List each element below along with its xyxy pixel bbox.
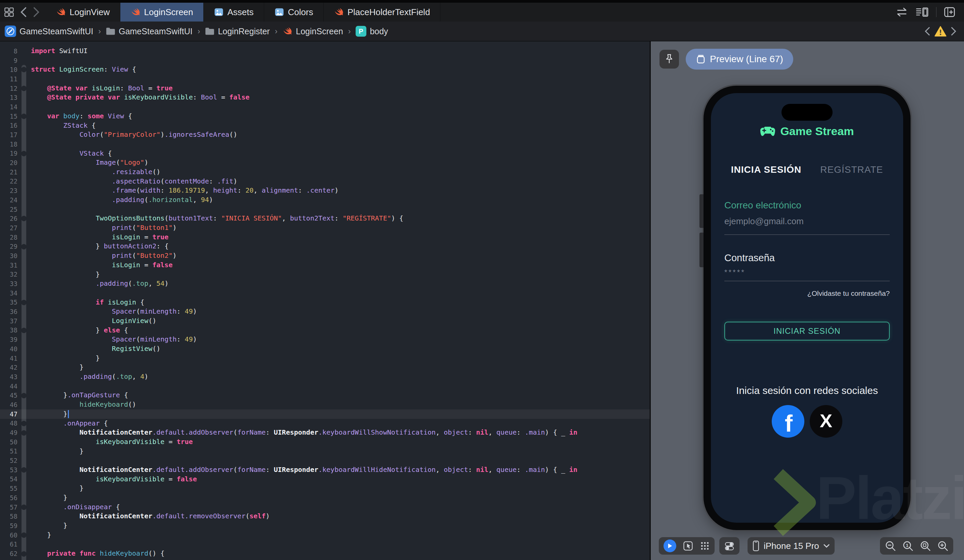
breadcrumb-item-loginscreen[interactable]: LoginScreen	[282, 26, 343, 36]
fold-marker[interactable]	[21, 151, 26, 156]
code-line-30[interactable]: 30 print("Button2")	[0, 251, 650, 260]
fold-marker[interactable]	[21, 430, 26, 436]
tab-inicia-sesion[interactable]: INICIA SESIÓN	[731, 164, 802, 175]
code-line-36[interactable]: 36 Spacer(minLength: 49)	[0, 307, 650, 316]
line-number[interactable]: 57	[0, 503, 20, 511]
line-number[interactable]: 29	[0, 243, 20, 250]
line-number[interactable]: 26	[0, 215, 20, 222]
code-line-38[interactable]: 38 } else {	[0, 326, 650, 335]
login-button[interactable]: INICIAR SESIÓN	[725, 322, 890, 340]
code-line-60[interactable]: 60 }	[0, 531, 650, 540]
line-number[interactable]: 59	[0, 522, 20, 529]
line-number[interactable]: 50	[0, 438, 20, 446]
code-line-25[interactable]: 25	[0, 205, 650, 214]
line-number[interactable]: 17	[0, 131, 20, 138]
fold-marker[interactable]	[21, 244, 26, 249]
line-number[interactable]: 62	[0, 550, 20, 557]
fold-marker[interactable]	[21, 551, 26, 557]
facebook-icon[interactable]	[772, 405, 804, 438]
code-line-46[interactable]: 46 hideKeyboard()	[0, 400, 650, 409]
code-line-54[interactable]: 54 isKeyboardVisible = false	[0, 475, 650, 484]
code-line-40[interactable]: 40 RegistView()	[0, 344, 650, 353]
source-editor[interactable]: 8import SwiftUI910struct LoginScreen: Vi…	[0, 41, 650, 560]
line-number[interactable]: 37	[0, 317, 20, 325]
tab-overview-icon[interactable]	[4, 7, 14, 17]
line-number[interactable]: 15	[0, 112, 20, 120]
code-line-26[interactable]: 26 TwoOptionsButtons(button1Text: "INICI…	[0, 214, 650, 223]
line-number[interactable]: 46	[0, 401, 20, 409]
line-number[interactable]: 21	[0, 168, 20, 176]
editor-tab-colors[interactable]: Colors	[264, 3, 324, 21]
editor-tab-placeholdertextfield[interactable]: PlaceHolderTextField	[324, 3, 441, 21]
line-number[interactable]: 44	[0, 383, 20, 390]
code-line-9[interactable]: 9	[0, 56, 650, 65]
line-number[interactable]: 34	[0, 290, 20, 297]
code-line-14[interactable]: 14	[0, 102, 650, 112]
code-line-44[interactable]: 44	[0, 381, 650, 391]
code-line-21[interactable]: 21 .resizable()	[0, 168, 650, 177]
variants-grid-icon[interactable]	[700, 541, 710, 551]
line-number[interactable]: 31	[0, 262, 20, 269]
line-number[interactable]: 54	[0, 475, 20, 483]
fold-marker[interactable]	[21, 328, 26, 333]
zoom-out-icon[interactable]	[885, 540, 896, 552]
code-line-29[interactable]: 29 } buttonAction2: {	[0, 242, 650, 251]
code-line-50[interactable]: 50 isKeyboardVisible = true	[0, 437, 650, 447]
code-line-48[interactable]: 48 .onAppear {	[0, 419, 650, 428]
code-line-27[interactable]: 27 print("Button1")	[0, 223, 650, 233]
editor-tab-loginscreen[interactable]: LoginScreen	[120, 3, 204, 21]
password-field[interactable]: *****	[725, 268, 746, 277]
line-number[interactable]: 48	[0, 420, 20, 427]
code-line-18[interactable]: 18	[0, 140, 650, 149]
tab-registrate[interactable]: REGÍSTRATE	[820, 164, 883, 175]
line-number[interactable]: 25	[0, 206, 20, 213]
line-number[interactable]: 11	[0, 75, 20, 83]
line-number[interactable]: 60	[0, 531, 20, 539]
code-line-51[interactable]: 51 }	[0, 447, 650, 456]
zoom-fit-icon[interactable]	[920, 540, 931, 552]
selectable-mode-icon[interactable]	[683, 541, 693, 551]
line-number[interactable]: 30	[0, 252, 20, 259]
line-number[interactable]: 38	[0, 326, 20, 334]
line-number[interactable]: 56	[0, 494, 20, 501]
code-line-24[interactable]: 24 .padding(.horizontal, 94)	[0, 195, 650, 205]
warning-icon[interactable]	[935, 26, 946, 37]
line-number[interactable]: 52	[0, 457, 20, 464]
code-line-56[interactable]: 56 }	[0, 493, 650, 503]
code-line-59[interactable]: 59 }	[0, 521, 650, 531]
zoom-100-icon[interactable]: 1	[902, 540, 914, 552]
editor-tab-loginview[interactable]: LoginView	[46, 3, 120, 21]
fold-marker[interactable]	[21, 393, 26, 398]
line-number[interactable]: 45	[0, 392, 20, 399]
breadcrumb-item-loginregister[interactable]: LoginRegister	[205, 26, 270, 36]
live-preview-play-icon[interactable]	[663, 539, 676, 552]
code-line-12[interactable]: 12 @State var isLogin: Bool = true	[0, 84, 650, 93]
line-number[interactable]: 51	[0, 448, 20, 455]
code-line-32[interactable]: 32 }	[0, 270, 650, 279]
line-number[interactable]: 22	[0, 177, 20, 185]
line-number[interactable]: 49	[0, 429, 20, 436]
line-number[interactable]: 61	[0, 540, 20, 548]
code-line-53[interactable]: 53 NotificationCenter.default.addObserve…	[0, 465, 650, 475]
code-line-39[interactable]: 39 Spacer(minLength: 49)	[0, 335, 650, 344]
code-line-62[interactable]: 62 private func hideKeyboard() {	[0, 549, 650, 558]
fold-marker[interactable]	[21, 300, 26, 305]
line-number[interactable]: 9	[0, 57, 20, 64]
add-editor-icon[interactable]	[944, 7, 955, 18]
line-number[interactable]: 13	[0, 94, 20, 101]
line-number[interactable]: 27	[0, 224, 20, 231]
code-line-33[interactable]: 33 .padding(.top, 54)	[0, 279, 650, 288]
line-number[interactable]: 41	[0, 355, 20, 362]
code-line-31[interactable]: 31 isLogin = false	[0, 260, 650, 270]
line-number[interactable]: 58	[0, 513, 20, 520]
line-number[interactable]: 8	[0, 47, 20, 55]
device-settings-toggles-icon[interactable]	[724, 540, 735, 551]
breadcrumb-item-body[interactable]: Pbody	[356, 26, 388, 37]
code-line-13[interactable]: 13 @State private var isKeyboardVisible:…	[0, 93, 650, 102]
code-line-43[interactable]: 43 .padding(.top, 4)	[0, 372, 650, 381]
line-number[interactable]: 12	[0, 85, 20, 92]
code-line-11[interactable]: 11	[0, 74, 650, 84]
code-line-42[interactable]: 42 }	[0, 363, 650, 372]
line-number[interactable]: 19	[0, 150, 20, 157]
line-number[interactable]: 35	[0, 298, 20, 306]
